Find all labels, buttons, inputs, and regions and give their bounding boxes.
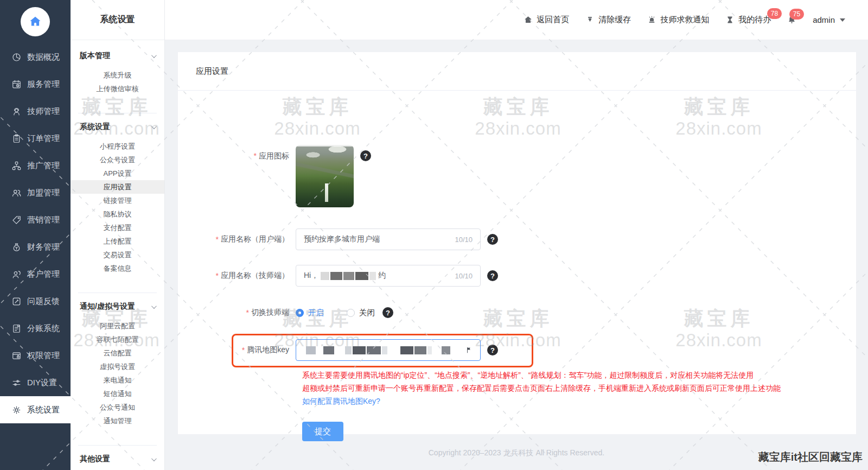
submenu-item-official-account[interactable]: 公众号设置 [71, 153, 164, 167]
sidebar-item-label: 权限管理 [27, 351, 60, 361]
sidebar-item-label: 客户管理 [27, 269, 60, 280]
input-value: Hi， [304, 271, 318, 281]
submenu-item-wechat-audit[interactable]: 上传微信审核 [71, 82, 164, 96]
help-icon[interactable]: ? [382, 307, 393, 318]
map-key-warning: 系统主要需要使用腾讯地图的“ip定位”、“地点搜索”、“逆地址解析”、“路线规划… [302, 369, 845, 395]
warning-line-1: 系统主要需要使用腾讯地图的“ip定位”、“地点搜索”、“逆地址解析”、“路线规划… [302, 369, 845, 382]
radio-option-off[interactable]: 关闭 [347, 308, 375, 318]
submenu-item-system-upgrade[interactable]: 系统升级 [71, 68, 164, 82]
submenu-group-other[interactable]: 其他设置 [71, 451, 164, 467]
sidebar-item-permissions[interactable]: 权限管理 [0, 342, 71, 369]
submenu-item-application-setting[interactable]: 应用设置 [71, 180, 164, 194]
sidebar-item-feedback[interactable]: 问题反馈 [0, 288, 71, 315]
submenu-group-system[interactable]: 系统设置 [71, 119, 164, 135]
field-label-app-name-user: * 应用名称（用户端） [178, 234, 296, 244]
field-label-app-name-tech: * 应用名称（技师端） [178, 271, 296, 281]
user-menu[interactable]: admin [813, 15, 845, 24]
copyright-text: Copyright 2020–2023 龙兵科技 All Rights Rese… [165, 448, 868, 458]
field-label-map-key: * 腾讯地图key [178, 345, 296, 355]
char-counter: 10/10 [455, 272, 473, 280]
submenu-group-notify[interactable]: 通知/虚拟号设置 [71, 298, 164, 315]
radio-selected-icon [296, 309, 304, 317]
back-home-button[interactable]: 返回首页 [524, 15, 569, 25]
sidebar-item-technician[interactable]: 技师管理 [0, 98, 71, 125]
submenu-item-payment[interactable]: 支付配置 [71, 221, 164, 234]
home-icon [524, 15, 533, 24]
sidebar-nav: 数据概况 服务管理 技师管理 订单管理 推广管理 加盟管理 营销管理 财务管理 [0, 43, 71, 423]
app-name-user-input[interactable]: 预约按摩多城市用户端 10/10 [296, 228, 481, 250]
map-key-help-link[interactable]: 如何配置腾讯地图Key? [302, 397, 380, 407]
sidebar-item-franchise[interactable]: 加盟管理 [0, 179, 71, 206]
siren-icon [647, 15, 656, 24]
topbar: 返回首页 清除缓存 技师求救通知 我的待办 78 75 admin [165, 0, 868, 40]
flag-icon[interactable] [465, 346, 473, 354]
ledger-icon [11, 323, 22, 334]
sidebar-item-label: 财务管理 [27, 242, 60, 252]
sidebar-item-label: 分账系统 [27, 323, 60, 334]
sidebar-item-orders[interactable]: 订单管理 [0, 125, 71, 152]
sidebar-item-label: DIY设置 [27, 378, 57, 388]
calendar-clock-icon [11, 79, 22, 90]
submenu-item-icp[interactable]: 备案信息 [71, 262, 164, 275]
submenu-item-trade[interactable]: 交易设置 [71, 248, 164, 262]
submenu-item-upload[interactable]: 上传配置 [71, 234, 164, 248]
submenu-item-privacy[interactable]: 隐私协议 [71, 207, 164, 221]
sidebar-item-label: 订单管理 [27, 134, 60, 144]
sidebar-item-marketing[interactable]: 营销管理 [0, 206, 71, 233]
sidebar-item-label: 系统设置 [27, 405, 60, 415]
radio-option-on[interactable]: 开启 [296, 308, 324, 318]
submit-button[interactable]: 提交 [302, 422, 343, 441]
technician-rescue-button[interactable]: 技师求救通知 [647, 15, 709, 25]
help-icon[interactable]: ? [487, 270, 498, 281]
chevron-down-icon [151, 124, 157, 129]
sidebar-item-label: 问题反馈 [27, 296, 60, 307]
caret-down-icon [840, 18, 845, 22]
radio-unselected-icon [347, 309, 355, 317]
chevron-down-icon [151, 303, 157, 309]
submenu-group-version[interactable]: 版本管理 [71, 48, 164, 64]
sidebar-item-label: 数据概况 [27, 52, 60, 62]
submenu-item-oa-notify[interactable]: 公众号通知 [71, 401, 164, 414]
submenu-item-sms-notify[interactable]: 短信通知 [71, 387, 164, 401]
app-icon-image[interactable] [296, 145, 354, 207]
sidebar-item-diy[interactable]: DIY设置 [0, 369, 71, 396]
submenu-title: 系统设置 [71, 0, 164, 40]
submenu-item-aliyun[interactable]: 阿里云配置 [71, 319, 164, 333]
help-icon[interactable]: ? [360, 150, 371, 161]
sidebar-item-promotion[interactable]: 推广管理 [0, 152, 71, 179]
tencent-map-key-input[interactable] [296, 339, 481, 361]
sidebar-item-label: 加盟管理 [27, 188, 60, 198]
broom-icon [585, 15, 595, 24]
submenu-item-link-manage[interactable]: 链接管理 [71, 194, 164, 207]
tag-icon [11, 215, 22, 225]
org-chart-icon [11, 161, 22, 171]
sidebar-item-service[interactable]: 服务管理 [0, 71, 71, 98]
redacted-text [321, 272, 376, 280]
clear-cache-button[interactable]: 清除缓存 [585, 15, 631, 25]
app-logo[interactable] [0, 0, 71, 43]
sidebar-item-finance[interactable]: 财务管理 [0, 233, 71, 261]
submenu-item-app-setting[interactable]: APP设置 [71, 167, 164, 180]
sidebar-item-customers[interactable]: 客户管理 [0, 261, 71, 288]
warning-line-2: 超额或封禁后可重新申请一个账号再重新配置，保存配置后需要点击页面右上清除缓存，手… [302, 382, 845, 395]
hourglass-icon [725, 15, 735, 24]
help-icon[interactable]: ? [487, 345, 498, 355]
sidebar-item-system-settings[interactable]: 系统设置 [0, 396, 71, 423]
clipboard-icon [11, 134, 22, 144]
app-settings-form: * 应用图标 ? * 应用名称（用户端） 预约按摩多城市用户端 10/10 ? [178, 91, 856, 434]
sidebar-item-data-overview[interactable]: 数据概况 [0, 43, 71, 71]
help-icon[interactable]: ? [487, 234, 498, 245]
submenu-item-notify-manage[interactable]: 通知管理 [71, 414, 164, 428]
divider [78, 293, 157, 293]
app-name-tech-input[interactable]: Hi， 约 10/10 [296, 265, 481, 287]
submenu-item-yunxin[interactable]: 云信配置 [71, 346, 164, 360]
sidebar-item-split-account[interactable]: 分账系统 [0, 315, 71, 342]
submenu-item-virtual-number[interactable]: 虚拟号设置 [71, 360, 164, 373]
submenu-item-miniprogram[interactable]: 小程序设置 [71, 139, 164, 153]
submenu-item-ronglian[interactable]: 容联七陌配置 [71, 333, 164, 346]
input-value: 预约按摩多城市用户端 [304, 234, 380, 244]
my-todo-button[interactable]: 我的待办 78 [725, 15, 771, 25]
notifications-button[interactable]: 75 [787, 15, 796, 24]
field-label-app-icon: * 应用图标 [178, 145, 296, 161]
submenu-item-call-notify[interactable]: 来电通知 [71, 373, 164, 387]
